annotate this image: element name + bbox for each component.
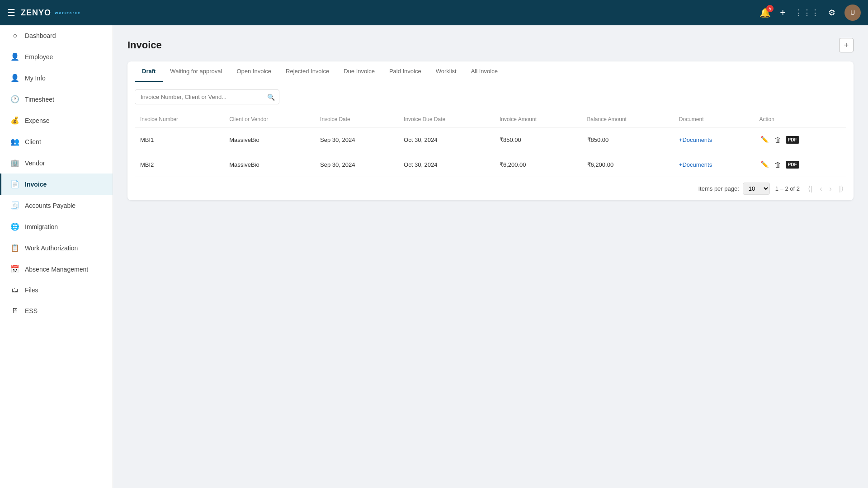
edit-button-1[interactable]: ✏️ xyxy=(760,160,770,169)
sidebar-label-client: Client xyxy=(25,138,41,145)
sidebar-item-work-authorization[interactable]: 📋 Work Authorization xyxy=(0,237,113,258)
sidebar-item-client[interactable]: 👥 Client xyxy=(0,131,113,152)
cell-invoice-number-1: MBI2 xyxy=(135,152,224,177)
notification-badge: 5 xyxy=(766,5,774,12)
pdf-button-0[interactable]: PDF xyxy=(786,136,799,144)
sidebar-label-timesheet: Timesheet xyxy=(25,96,54,103)
cell-balance-amount-1: ₹6,200.00 xyxy=(582,152,674,177)
delete-button-0[interactable]: 🗑 xyxy=(774,135,782,145)
col-action: Action xyxy=(754,112,846,127)
documents-link-0[interactable]: +Documents xyxy=(679,136,712,143)
sidebar-item-files[interactable]: 🗂 Files xyxy=(0,280,113,300)
sidebar-label-invoice: Invoice xyxy=(25,181,47,188)
sidebar-item-myinfo[interactable]: 👤 My Info xyxy=(0,67,113,89)
invoice-table: Invoice Number Client or Vendor Invoice … xyxy=(135,112,846,177)
sidebar-item-dashboard[interactable]: ○ Dashboard xyxy=(0,25,113,46)
table-row: MBI2 MassiveBio Sep 30, 2024 Oct 30, 202… xyxy=(135,152,846,177)
tab-waiting-for-approval[interactable]: Waiting for approval xyxy=(163,61,229,82)
search-input[interactable] xyxy=(135,89,279,104)
notification-button[interactable]: 🔔 5 xyxy=(760,7,771,18)
per-page-select[interactable]: 10 25 50 100 xyxy=(743,183,770,195)
page-info: 1 – 2 of 2 xyxy=(775,185,800,192)
topnav-left: ☰ ZENYO Workforce xyxy=(7,7,80,18)
sidebar-label-absence-management: Absence Management xyxy=(25,266,88,273)
topnav: ☰ ZENYO Workforce 🔔 5 + ⋮⋮⋮ ⚙ U xyxy=(0,0,868,25)
sidebar-item-employee[interactable]: 👤 Employee xyxy=(0,46,113,67)
col-invoice-due-date: Invoice Due Date xyxy=(398,112,494,127)
dashboard-icon: ○ xyxy=(10,32,19,40)
cell-invoice-due-date-0: Oct 30, 2024 xyxy=(398,127,494,152)
action-buttons-0: ✏️ 🗑 PDF xyxy=(760,135,841,145)
cell-balance-amount-0: ₹850.00 xyxy=(582,127,674,152)
sidebar-item-absence-management[interactable]: 📅 Absence Management xyxy=(0,258,113,280)
col-balance-amount: Balance Amount xyxy=(582,112,674,127)
tab-worklist[interactable]: Worklist xyxy=(429,61,464,82)
hamburger-button[interactable]: ☰ xyxy=(7,7,15,18)
col-document: Document xyxy=(674,112,754,127)
page-prev-button[interactable]: ‹ xyxy=(817,183,825,195)
tab-due-invoice[interactable]: Due Invoice xyxy=(336,61,382,82)
grid-button[interactable]: ⋮⋮⋮ xyxy=(795,8,819,18)
files-icon: 🗂 xyxy=(10,286,19,294)
tab-bar: Draft Waiting for approval Open Invoice … xyxy=(127,61,854,82)
page-last-button[interactable]: |⟩ xyxy=(836,183,846,195)
topnav-right: 🔔 5 + ⋮⋮⋮ ⚙ U xyxy=(760,5,861,21)
sidebar-label-myinfo: My Info xyxy=(25,75,46,82)
main-content: Invoice + Draft Waiting for approval Ope… xyxy=(113,25,868,488)
table-header-row: Invoice Number Client or Vendor Invoice … xyxy=(135,112,846,127)
logo: ZENYO Workforce xyxy=(21,8,80,18)
ess-icon: 🖥 xyxy=(10,307,19,315)
logo-sub: Workforce xyxy=(55,11,80,15)
edit-button-0[interactable]: ✏️ xyxy=(760,135,770,145)
invoice-card: Draft Waiting for approval Open Invoice … xyxy=(127,61,854,200)
sidebar-item-accounts-payable[interactable]: 🧾 Accounts Payable xyxy=(0,195,113,216)
page-nav-buttons: ⟨| ‹ › |⟩ xyxy=(805,183,846,195)
action-buttons-1: ✏️ 🗑 PDF xyxy=(760,160,841,169)
items-per-page: Items per page: 10 25 50 100 xyxy=(698,183,769,195)
vendor-icon: 🏢 xyxy=(10,159,19,167)
page-next-button[interactable]: › xyxy=(827,183,835,195)
myinfo-icon: 👤 xyxy=(10,74,19,82)
cell-client-vendor-0: MassiveBio xyxy=(224,127,315,152)
cell-invoice-number-0: MBI1 xyxy=(135,127,224,152)
sidebar-item-expense[interactable]: 💰 Expense xyxy=(0,110,113,131)
col-invoice-date: Invoice Date xyxy=(315,112,398,127)
tab-paid-invoice[interactable]: Paid Invoice xyxy=(382,61,429,82)
work-auth-icon: 📋 xyxy=(10,244,19,252)
employee-icon: 👤 xyxy=(10,52,19,61)
tab-rejected-invoice[interactable]: Rejected Invoice xyxy=(278,61,336,82)
sidebar-label-work-authorization: Work Authorization xyxy=(25,244,78,252)
cell-document-0: +Documents xyxy=(674,127,754,152)
avatar[interactable]: U xyxy=(844,5,861,21)
documents-link-1[interactable]: +Documents xyxy=(679,161,712,168)
page-add-button[interactable]: + xyxy=(839,38,854,52)
sidebar-label-immigration: Immigration xyxy=(25,223,58,230)
pagination: Items per page: 10 25 50 100 1 – 2 of 2 … xyxy=(127,177,854,200)
tab-all-invoice[interactable]: All Invoice xyxy=(464,61,505,82)
page-title: Invoice xyxy=(127,39,162,51)
cell-action-1: ✏️ 🗑 PDF xyxy=(754,152,846,177)
page-first-button[interactable]: ⟨| xyxy=(805,183,815,195)
delete-button-1[interactable]: 🗑 xyxy=(774,160,782,169)
tab-draft[interactable]: Draft xyxy=(135,61,163,82)
sidebar-label-dashboard: Dashboard xyxy=(25,32,56,39)
sidebar-label-ess: ESS xyxy=(25,307,38,314)
tab-open-invoice[interactable]: Open Invoice xyxy=(229,61,278,82)
pdf-button-1[interactable]: PDF xyxy=(786,161,799,169)
cell-document-1: +Documents xyxy=(674,152,754,177)
sidebar-item-immigration[interactable]: 🌐 Immigration xyxy=(0,216,113,237)
search-bar: 🔍 xyxy=(127,82,854,112)
cell-invoice-due-date-1: Oct 30, 2024 xyxy=(398,152,494,177)
items-per-page-label: Items per page: xyxy=(698,185,739,192)
col-invoice-number: Invoice Number xyxy=(135,112,224,127)
sidebar-item-invoice[interactable]: 📄 Invoice xyxy=(0,174,113,195)
sidebar-item-ess[interactable]: 🖥 ESS xyxy=(0,300,113,321)
sidebar-item-vendor[interactable]: 🏢 Vendor xyxy=(0,152,113,174)
col-invoice-amount: Invoice Amount xyxy=(494,112,582,127)
add-button[interactable]: + xyxy=(780,7,786,19)
logo-name: ZENYO xyxy=(21,8,51,18)
sidebar-label-files: Files xyxy=(25,286,38,294)
settings-button[interactable]: ⚙ xyxy=(828,8,835,18)
accounts-payable-icon: 🧾 xyxy=(10,201,19,210)
sidebar-item-timesheet[interactable]: 🕐 Timesheet xyxy=(0,89,113,110)
